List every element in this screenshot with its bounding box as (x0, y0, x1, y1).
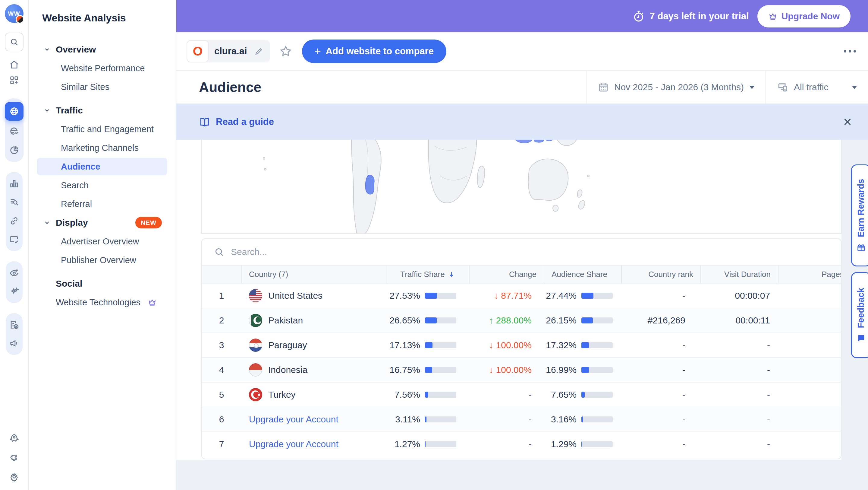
rank-tracker-button[interactable] (6, 176, 23, 191)
sidebar-item-label: Social (56, 279, 82, 289)
backlinks-button[interactable] (6, 213, 23, 229)
col-country[interactable]: Country (7) (241, 265, 386, 283)
change-value: ↓ 100.00% (469, 358, 544, 382)
col-country-rank[interactable]: Country rank (621, 265, 701, 283)
date-range-selector[interactable]: Nov 2025 - Jan 2026 (3 Months) (587, 71, 766, 104)
sidebar-item-social[interactable]: Social (29, 274, 176, 293)
add-website-button[interactable]: + Add website to compare (302, 39, 446, 63)
sidebar-item-label: Marketing Channels (61, 143, 138, 153)
home-button[interactable] (6, 57, 23, 73)
col-audience-share[interactable]: Audience Share (544, 265, 621, 283)
table-row[interactable]: 3 Paraguay 17.13% ↓ 100.00% 17.32% - - 1… (202, 333, 841, 357)
country-name: Indonesia (268, 365, 307, 375)
traffic-share-bar (425, 342, 456, 348)
sales-button[interactable] (6, 317, 23, 333)
puzzle-icon (9, 452, 19, 463)
world-map (202, 140, 841, 234)
modules-button[interactable] (6, 73, 23, 88)
sidebar-item-publisher-overview[interactable]: Publisher Overview (29, 251, 176, 269)
more-options-button[interactable] (844, 50, 856, 53)
sidebar-section-display[interactable]: Display NEW (29, 213, 176, 232)
tr-flag-icon (249, 388, 262, 401)
sidebar-item-website-technologies[interactable]: Website Technologies (29, 293, 176, 312)
chat-icon (857, 334, 866, 342)
upgrade-account-link[interactable]: Upgrade your Account (249, 414, 338, 425)
insights-button[interactable] (6, 265, 23, 281)
traffic-filter-selector[interactable]: All traffic (766, 71, 868, 104)
marketing-button[interactable] (6, 336, 23, 351)
col-traffic-share[interactable]: Traffic Share (386, 265, 469, 283)
site-name: clura.ai (214, 46, 247, 57)
settings-button[interactable] (6, 469, 23, 485)
country-rank-value: - (621, 333, 701, 357)
sidebar-item-advertiser-overview[interactable]: Advertiser Overview (29, 232, 176, 251)
countries-table-card: Country (7) Traffic Share Change Audienc… (201, 238, 841, 459)
stopwatch-icon (632, 10, 645, 23)
pages-per-visit-value: 1.0 (778, 358, 841, 382)
new-badge: NEW (135, 217, 162, 228)
sidebar-item-website-performance[interactable]: Website Performance (29, 59, 176, 78)
col-pages-visit[interactable]: Pages / Vis (778, 265, 841, 283)
doc-dollar-icon (9, 319, 19, 330)
sidebar-item-marketing-channels[interactable]: Marketing Channels (29, 139, 176, 157)
getting-started-button[interactable] (6, 430, 23, 446)
feedback-label: Feedback (856, 288, 866, 328)
audience-share-bar (581, 441, 613, 447)
favorite-star-icon[interactable] (279, 45, 292, 58)
table-row[interactable]: 4 Indonesia 16.75% ↓ 100.00% 16.99% - - … (202, 357, 841, 382)
sidebar-item-referral[interactable]: Referral (29, 195, 176, 213)
list-search-icon (9, 197, 19, 207)
feedback-tab[interactable]: Feedback (851, 272, 868, 358)
table-search-input[interactable] (231, 247, 502, 257)
modules-plus-icon (9, 75, 19, 85)
upgrade-now-button[interactable]: Upgrade Now (757, 5, 850, 27)
upgrade-account-link[interactable]: Upgrade your Account (249, 439, 338, 449)
col-change[interactable]: Change (469, 265, 544, 283)
sidebar-section-traffic[interactable]: Traffic (29, 101, 176, 120)
sidebar-item-similar-sites[interactable]: Similar Sites (29, 78, 176, 96)
link-icon (9, 216, 19, 226)
market-analysis-button[interactable] (6, 124, 23, 139)
us-flag-icon (249, 289, 262, 302)
bar-chart-icon (9, 178, 19, 189)
col-rank (202, 265, 241, 283)
pages-per-visit-value: 1.1 (778, 284, 841, 308)
table-row[interactable]: 1 United States 27.53% ↓ 87.71% 27.44% -… (202, 283, 841, 308)
table-row[interactable]: 7 Upgrade your Account 1.27% - 1.29% - -… (202, 431, 841, 456)
edit-pencil-icon[interactable] (254, 47, 264, 56)
sidebar-section-overview[interactable]: Overview (29, 40, 176, 59)
close-icon[interactable] (843, 117, 852, 127)
col-visit-duration[interactable]: Visit Duration (701, 265, 778, 283)
table-row[interactable]: 5 Turkey 7.56% - 7.65% - - 1.0 (202, 382, 841, 407)
rail-group-insights (6, 261, 23, 303)
site-chip[interactable]: O clura.ai (187, 40, 270, 62)
earn-rewards-tab[interactable]: Earn Rewards (851, 165, 868, 266)
table-row[interactable]: 6 Upgrade your Account 3.11% - 3.16% - -… (202, 407, 841, 431)
keyword-research-button[interactable] (6, 194, 23, 210)
sidebar-item-label: Overview (56, 45, 96, 55)
search-icon (214, 247, 224, 257)
country-rank-value: - (621, 432, 701, 456)
segment-analysis-button[interactable] (6, 142, 23, 158)
site-logo-letter: O (193, 44, 203, 59)
ai-assistant-button[interactable] (6, 284, 23, 299)
add-website-label: Add website to compare (326, 46, 434, 57)
integrations-button[interactable] (6, 450, 23, 465)
guide-banner-label[interactable]: Read a guide (216, 116, 274, 127)
sidebar-item-search[interactable]: Search (29, 176, 176, 195)
sidebar-item-audience[interactable]: Audience (37, 158, 167, 175)
card-check-icon (9, 234, 19, 245)
country-rank-value: - (621, 284, 701, 308)
website-analysis-active-button[interactable] (5, 102, 24, 121)
sidebar-item-traffic-engagement[interactable]: Traffic and Engagement (29, 120, 176, 139)
world-map-card[interactable] (201, 140, 841, 234)
table-row[interactable]: 2 Pakistan 26.65% ↑ 288.00% 26.15% #216,… (202, 308, 841, 333)
trial-topbar: 7 days left in your trial Upgrade Now (176, 0, 868, 32)
traffic-share-bar (425, 441, 456, 447)
card-check-button[interactable] (6, 232, 23, 248)
row-rank: 7 (202, 432, 241, 456)
sidebar-item-label: Display (56, 218, 88, 228)
app-logo[interactable]: WW (5, 4, 24, 23)
rail-search-button[interactable] (5, 33, 24, 51)
country-name: Pakistan (268, 315, 303, 325)
